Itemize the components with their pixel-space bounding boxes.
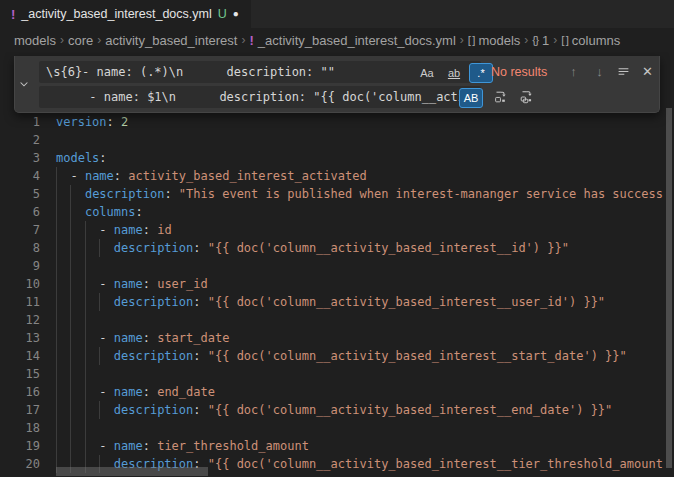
code-line[interactable]: 9 bbox=[0, 257, 674, 275]
code-line[interactable]: 11 description: "{{ doc('column__activit… bbox=[0, 293, 674, 311]
indent-guide bbox=[85, 419, 86, 437]
breadcrumb-item-1[interactable]: {}1 bbox=[532, 33, 549, 48]
code-line[interactable]: 19 - name: tier_threshold_amount bbox=[0, 437, 674, 455]
code-text[interactable] bbox=[40, 311, 674, 329]
code-text[interactable]: description: "{{ doc('column__activity_b… bbox=[40, 239, 674, 257]
close-icon: ✕ bbox=[642, 64, 653, 79]
find-in-selection-button[interactable] bbox=[613, 61, 634, 82]
code-text[interactable]: description: "{{ doc('column__activity_b… bbox=[40, 401, 674, 419]
indent-guide bbox=[56, 221, 57, 239]
replace-icon bbox=[493, 90, 507, 104]
indent-guide bbox=[85, 239, 86, 257]
replace-input[interactable]: - name: $1\n description: "{{ doc('colum… bbox=[39, 86, 481, 108]
code-line[interactable]: 18 bbox=[0, 419, 674, 437]
indent-guide bbox=[56, 365, 57, 383]
line-number: 8 bbox=[0, 239, 40, 257]
preserve-case-button[interactable]: AB bbox=[459, 88, 483, 108]
regex-button[interactable]: .* bbox=[469, 63, 493, 83]
chevron-right-icon: › bbox=[524, 33, 528, 47]
indent-guide bbox=[85, 257, 86, 275]
breadcrumb-label: activity_based_interest bbox=[105, 33, 237, 48]
code-text[interactable]: description: "{{ doc('column__activity_b… bbox=[40, 293, 674, 311]
line-number: 12 bbox=[0, 311, 40, 329]
code-line[interactable]: 1version: 2 bbox=[0, 113, 674, 131]
code-line[interactable]: 8 description: "{{ doc('column__activity… bbox=[0, 239, 674, 257]
line-number: 1 bbox=[0, 113, 40, 131]
line-number: 2 bbox=[0, 131, 40, 149]
breadcrumb-item-columns[interactable]: [ ]columns bbox=[561, 33, 620, 48]
breadcrumb-item-_activity_based_interest_docs.yml[interactable]: !_activity_based_interest_docs.yml bbox=[249, 33, 455, 48]
code-line[interactable]: 5 description: "This event is published … bbox=[0, 185, 674, 203]
line-number: 3 bbox=[0, 149, 40, 167]
code-text[interactable]: - name: end_date bbox=[40, 383, 674, 401]
next-match-button[interactable]: ↓ bbox=[589, 61, 610, 82]
code-text[interactable]: models: bbox=[40, 149, 674, 167]
line-number: 11 bbox=[0, 293, 40, 311]
breadcrumb-item-activity_based_interest[interactable]: activity_based_interest bbox=[105, 33, 237, 48]
breadcrumb-label: models bbox=[478, 33, 520, 48]
previous-match-button[interactable]: ↑ bbox=[563, 61, 584, 82]
editor-tab[interactable]: ! _activity_based_interest_docs.yml U ● bbox=[0, 0, 251, 28]
code-text[interactable]: - name: user_id bbox=[40, 275, 674, 293]
code-line[interactable]: 6 columns: bbox=[0, 203, 674, 221]
breadcrumb-item-models[interactable]: [ ]models bbox=[468, 33, 521, 48]
indent-guide bbox=[56, 257, 57, 275]
indent-guide bbox=[99, 401, 100, 419]
code-text[interactable]: - name: start_date bbox=[40, 329, 674, 347]
code-text[interactable]: columns: bbox=[40, 203, 674, 221]
object-icon: {} bbox=[532, 34, 538, 46]
indent-guide bbox=[56, 419, 57, 437]
whole-word-button[interactable]: ab bbox=[442, 63, 466, 83]
code-text[interactable] bbox=[40, 419, 674, 437]
modified-dot[interactable]: ● bbox=[233, 9, 239, 19]
indent-guide bbox=[56, 437, 57, 455]
replace-all-icon bbox=[519, 90, 533, 104]
line-number: 7 bbox=[0, 221, 40, 239]
code-line[interactable]: 7 - name: id bbox=[0, 221, 674, 239]
code-line[interactable]: 4 - name: activity_based_interest_activa… bbox=[0, 167, 674, 185]
indent-guide bbox=[70, 419, 71, 437]
replace-all-button[interactable] bbox=[515, 86, 536, 107]
code-line[interactable]: 3models: bbox=[0, 149, 674, 167]
code-line[interactable]: 2 bbox=[0, 131, 674, 149]
chevron-right-icon: › bbox=[97, 33, 101, 47]
indent-guide bbox=[85, 329, 86, 347]
indent-guide bbox=[85, 311, 86, 329]
indent-guide bbox=[85, 401, 86, 419]
code-line[interactable]: 12 bbox=[0, 311, 674, 329]
line-number: 17 bbox=[0, 401, 40, 419]
indent-guide bbox=[70, 203, 71, 221]
code-text[interactable]: version: 2 bbox=[40, 113, 674, 131]
toggle-replace-button[interactable] bbox=[15, 56, 33, 112]
code-text[interactable] bbox=[40, 257, 674, 275]
code-line[interactable]: 17 description: "{{ doc('column__activit… bbox=[0, 401, 674, 419]
tab-title: _activity_based_interest_docs.yml bbox=[21, 7, 211, 21]
code-text[interactable] bbox=[40, 365, 674, 383]
breadcrumb-item-models[interactable]: models bbox=[14, 33, 56, 48]
indent-guide bbox=[85, 275, 86, 293]
code-line[interactable]: 13 - name: start_date bbox=[0, 329, 674, 347]
find-widget: \s{6}- name: (.*)\n description: "" Aa a… bbox=[14, 56, 660, 113]
code-text[interactable]: description: "{{ doc('column__activity_b… bbox=[40, 347, 674, 365]
code-text[interactable] bbox=[40, 131, 674, 149]
tab-bar: ! _activity_based_interest_docs.yml U ● bbox=[0, 0, 674, 28]
code-text[interactable]: - name: id bbox=[40, 221, 674, 239]
code-line[interactable]: 16 - name: end_date bbox=[0, 383, 674, 401]
breadcrumb-item-core[interactable]: core bbox=[68, 33, 93, 48]
code-line[interactable]: 14 description: "{{ doc('column__activit… bbox=[0, 347, 674, 365]
indent-guide bbox=[85, 347, 86, 365]
horizontal-scrollbar[interactable] bbox=[56, 467, 208, 476]
vertical-scrollbar[interactable] bbox=[666, 108, 672, 468]
find-status: No results bbox=[491, 65, 547, 79]
indent-guide bbox=[70, 401, 71, 419]
code-text[interactable]: - name: activity_based_interest_activate… bbox=[40, 167, 674, 185]
code-line[interactable]: 10 - name: user_id bbox=[0, 275, 674, 293]
code-text[interactable]: description: "This event is published wh… bbox=[40, 185, 674, 203]
match-case-button[interactable]: Aa bbox=[415, 63, 439, 83]
indent-guide bbox=[85, 221, 86, 239]
arrow-up-icon: ↑ bbox=[570, 64, 577, 79]
close-button[interactable]: ✕ bbox=[637, 61, 658, 82]
code-line[interactable]: 15 bbox=[0, 365, 674, 383]
code-text[interactable]: - name: tier_threshold_amount bbox=[40, 437, 674, 455]
replace-button[interactable] bbox=[489, 86, 510, 107]
